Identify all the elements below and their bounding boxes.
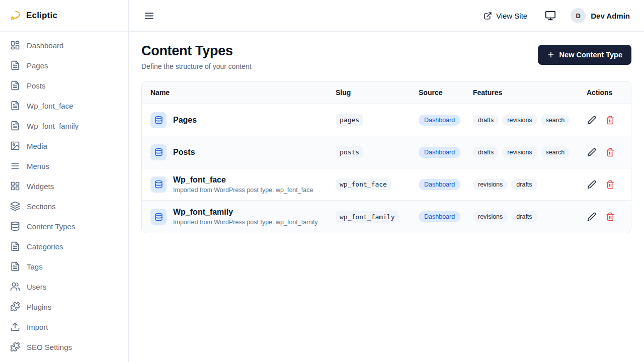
users-icon <box>10 282 20 292</box>
database-icon <box>10 221 20 231</box>
layers-icon <box>10 201 20 211</box>
edit-button[interactable] <box>586 114 598 126</box>
sidebar-item-import[interactable]: Import <box>0 317 128 337</box>
database-icon <box>150 209 167 225</box>
table-row: Pages pages Dashboard draftsrevisionssea… <box>142 104 631 136</box>
topbar: View Site D Dev Admin <box>129 0 644 32</box>
file-icon <box>10 101 20 111</box>
sidebar-item-content-types[interactable]: Content Types <box>0 216 128 236</box>
sidebar-item-wp-font-family[interactable]: Wp_font_family <box>0 116 128 136</box>
sidebar-item-seo-settings[interactable]: SEO Settings <box>0 337 128 357</box>
source-badge: Dashboard <box>419 211 460 222</box>
content-type-description: Imported from WordPress post type: wp_fo… <box>173 187 313 194</box>
column-header-actions: Actions <box>581 88 631 97</box>
pencil-icon <box>587 116 596 125</box>
column-header-slug: Slug <box>332 88 415 97</box>
new-content-type-button[interactable]: New Content Type <box>538 45 631 65</box>
feature-pill: search <box>541 147 570 158</box>
trash-icon <box>606 212 615 221</box>
external-link-icon <box>484 12 492 20</box>
puzzle-icon <box>10 342 20 352</box>
edit-button[interactable] <box>586 146 598 158</box>
slug-pill: pages <box>336 114 363 126</box>
page-title: Content Types <box>141 43 252 59</box>
feature-pill: revisions <box>473 211 508 222</box>
sidebar-item-sections[interactable]: Sections <box>0 196 128 216</box>
delete-button[interactable] <box>604 146 616 158</box>
content-types-table: Name Slug Source Features Actions Pages … <box>141 81 631 233</box>
content-type-name: Wp_font_face <box>173 175 313 185</box>
sidebar-item-tags[interactable]: Tags <box>0 256 128 277</box>
sidebar-item-dashboard[interactable]: Dashboard <box>0 35 128 55</box>
sidebar-item-posts[interactable]: Posts <box>0 75 128 96</box>
delete-button[interactable] <box>604 178 616 191</box>
dashboard-icon <box>10 40 20 50</box>
database-icon <box>150 144 167 160</box>
user-menu[interactable]: D Dev Admin <box>571 8 630 23</box>
content-type-name: Wp_font_family <box>173 208 317 217</box>
sidebar-item-menus[interactable]: Menus <box>0 156 128 176</box>
database-icon <box>150 112 167 128</box>
page-subtitle: Define the structure of your content <box>141 62 252 70</box>
sidebar-item-categories[interactable]: Categories <box>0 236 128 256</box>
file-icon <box>10 261 20 272</box>
hamburger-icon[interactable] <box>143 10 155 22</box>
feature-pill: revisions <box>473 179 508 190</box>
sidebar-item-users[interactable]: Users <box>0 277 128 297</box>
sidebar-item-plugins[interactable]: Plugins <box>0 297 128 317</box>
new-content-type-label: New Content Type <box>559 51 622 59</box>
avatar: D <box>571 8 586 23</box>
feature-pill: drafts <box>473 115 499 126</box>
grid-icon <box>10 181 20 191</box>
puzzle-icon <box>10 302 20 312</box>
upload-icon <box>10 322 20 332</box>
sidebar-item-media[interactable]: Media <box>0 136 128 156</box>
feature-pill: revisions <box>502 147 537 158</box>
brand: Ecliptic <box>0 0 128 32</box>
features-cell: revisionsdrafts <box>469 179 581 190</box>
trash-icon <box>606 116 615 125</box>
delete-button[interactable] <box>604 114 616 126</box>
view-site-button[interactable]: View Site <box>480 11 530 21</box>
file-icon <box>10 60 20 70</box>
main-area: View Site D Dev Admin Content Types Defi… <box>129 0 644 362</box>
delete-button[interactable] <box>604 211 616 223</box>
feature-pill: search <box>541 115 570 126</box>
slug-pill: posts <box>336 146 363 158</box>
plus-icon <box>547 51 555 59</box>
sidebar-item-widgets[interactable]: Widgets <box>0 176 128 196</box>
trash-icon <box>606 148 615 157</box>
slug-pill: wp_font_family <box>336 211 399 223</box>
features-cell: draftsrevisionssearch <box>469 115 581 126</box>
database-icon <box>150 176 167 193</box>
slug-pill: wp_font_face <box>336 178 391 190</box>
source-badge: Dashboard <box>419 179 460 190</box>
feature-pill: drafts <box>511 179 537 190</box>
sidebar-item-pages[interactable]: Pages <box>0 55 128 75</box>
image-icon <box>10 141 20 151</box>
comet-star-icon <box>9 9 22 22</box>
feature-pill: drafts <box>473 147 499 158</box>
table-row: Wp_font_family Imported from WordPress p… <box>142 201 631 233</box>
user-name: Dev Admin <box>591 12 630 20</box>
monitor-icon[interactable] <box>544 9 557 22</box>
app-title: Ecliptic <box>26 11 57 21</box>
feature-pill: drafts <box>511 211 537 222</box>
sidebar: Ecliptic Dashboard Pages Posts Wp_font_f… <box>0 0 129 362</box>
features-cell: draftsrevisionssearch <box>469 147 581 158</box>
sidebar-item-wp-font-face[interactable]: Wp_font_face <box>0 96 128 116</box>
edit-button[interactable] <box>586 178 598 191</box>
file-icon <box>10 241 20 251</box>
pencil-icon <box>587 212 596 221</box>
view-site-label: View Site <box>496 12 527 20</box>
edit-button[interactable] <box>586 211 598 223</box>
content: Content Types Define the structure of yo… <box>129 32 644 233</box>
table-row: Posts posts Dashboard draftsrevisionssea… <box>142 136 631 168</box>
column-header-source: Source <box>415 88 469 97</box>
table-row: Wp_font_face Imported from WordPress pos… <box>142 168 631 201</box>
pencil-icon <box>587 148 596 157</box>
trash-icon <box>606 180 615 189</box>
content-type-name: Posts <box>173 148 195 157</box>
table-header: Name Slug Source Features Actions <box>142 81 631 104</box>
features-cell: revisionsdrafts <box>469 211 581 222</box>
